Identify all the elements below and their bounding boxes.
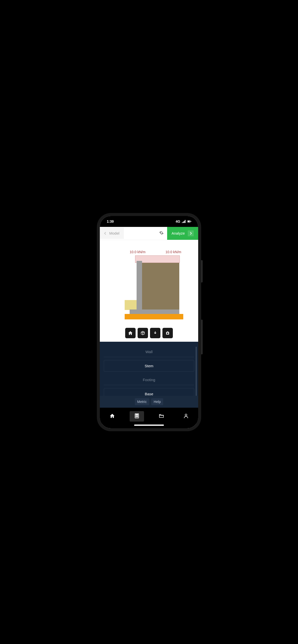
footer-tabs: Metric Help (100, 396, 198, 408)
model-canvas[interactable]: 10.0 kN/m 10.0 kN/m (100, 240, 198, 342)
nav-files[interactable] (154, 411, 169, 422)
camera-icon (165, 331, 170, 335)
battery-icon (187, 220, 191, 223)
svg-rect-1 (188, 221, 190, 222)
gear-icon (159, 230, 164, 235)
nav-calculator[interactable] (130, 411, 144, 422)
nav-home[interactable] (105, 411, 119, 422)
section-header-wall: Wall (104, 347, 194, 357)
svg-rect-2 (191, 221, 191, 222)
svg-rect-5 (135, 414, 138, 415)
properties-panel[interactable]: Wall Stem Footing Base Key Soil (100, 342, 198, 396)
cube-icon (140, 331, 145, 335)
camera-button[interactable] (163, 328, 173, 338)
arrow-down-icon (153, 331, 158, 335)
svg-point-12 (185, 414, 187, 416)
home-icon (128, 330, 133, 336)
svg-point-6 (135, 416, 136, 416)
status-network: 4G (176, 220, 180, 224)
scroll-indicator (196, 347, 197, 396)
cube-view-button[interactable] (137, 328, 148, 338)
retained-soil (141, 263, 179, 310)
arrow-left-icon (104, 232, 107, 235)
signal-icon (182, 220, 186, 223)
section-header-footing: Footing (104, 375, 194, 385)
analyze-button[interactable]: Analyze (167, 227, 198, 240)
svg-point-11 (137, 416, 138, 417)
svg-point-8 (137, 416, 138, 416)
calculator-icon (134, 413, 139, 418)
section-item-base[interactable]: Base (104, 388, 194, 396)
foundation (125, 314, 183, 320)
svg-point-7 (136, 416, 137, 416)
bottom-nav (100, 408, 198, 424)
home-view-button[interactable] (125, 328, 135, 338)
load-label-left: 10.0 kN/m (130, 250, 145, 254)
section-item-stem[interactable]: Stem (104, 360, 194, 372)
wall-base (130, 310, 179, 314)
units-button[interactable]: Metric (135, 398, 149, 405)
canvas-toolbar (125, 328, 173, 338)
nav-profile[interactable] (179, 411, 193, 422)
status-time: 1:39 (107, 220, 114, 224)
download-button[interactable] (150, 328, 161, 338)
svg-point-3 (167, 332, 168, 334)
user-icon (183, 413, 189, 418)
folder-icon (159, 413, 164, 418)
app-header: Model Analyze (100, 227, 198, 240)
svg-point-10 (136, 416, 137, 417)
help-button[interactable]: Help (151, 398, 164, 405)
back-label: Model (109, 231, 119, 235)
analyze-label: Analyze (172, 231, 185, 235)
settings-button[interactable] (156, 227, 167, 240)
home-indicator[interactable] (134, 424, 164, 426)
home-icon (109, 413, 115, 418)
back-button[interactable]: Model (100, 228, 124, 239)
arrow-right-icon (188, 230, 194, 236)
wall-stem (136, 261, 142, 310)
passive-soil (125, 300, 136, 310)
svg-point-9 (135, 416, 136, 417)
load-label-right: 10.0 kN/m (165, 250, 181, 254)
